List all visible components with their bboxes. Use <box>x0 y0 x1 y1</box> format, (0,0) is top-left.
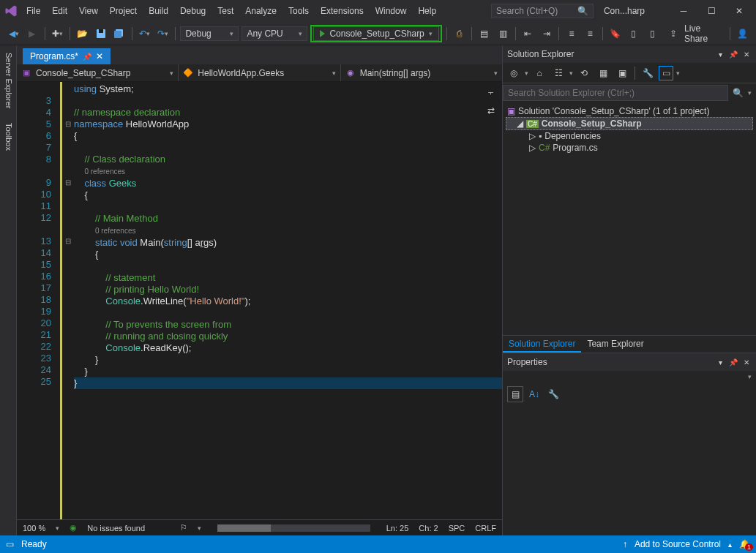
alphabetical-button[interactable]: A↓ <box>526 386 542 402</box>
project-node[interactable]: ◢ C# Console_Setup_CSharp <box>506 117 753 130</box>
props-close-icon[interactable]: ✕ <box>741 357 752 367</box>
menu-view[interactable]: View <box>73 3 104 19</box>
maximize-button[interactable]: ☐ <box>699 1 724 21</box>
nav-project-dropdown[interactable]: ▣ Console_Setup_CSharp▾ <box>17 64 179 81</box>
undo-button[interactable]: ↶▾ <box>137 26 152 42</box>
uncomment-button[interactable]: ▯ <box>644 26 659 42</box>
config-dropdown[interactable]: Debug▾ <box>180 26 239 41</box>
save-all-button[interactable] <box>112 26 127 42</box>
sln-collapse-icon[interactable]: ☷ <box>550 65 566 81</box>
outdent-button[interactable]: ≡ <box>564 26 579 42</box>
indent-button[interactable]: ≡ <box>583 26 598 42</box>
panel-close-icon[interactable]: ✕ <box>741 49 752 59</box>
horizontal-scrollbar[interactable] <box>217 524 370 532</box>
redo-button[interactable]: ↷▾ <box>155 26 171 42</box>
open-file-button[interactable]: 📂 <box>75 26 90 42</box>
document-tab[interactable]: Program.cs* 📌 ✕ <box>23 48 111 64</box>
comment-button[interactable]: ▯ <box>626 26 641 42</box>
spaces-indicator[interactable]: SPC <box>449 524 465 533</box>
split-editor-icon[interactable]: ⫟ <box>483 85 499 101</box>
feedback-button[interactable]: 👤 <box>735 26 750 42</box>
bookmark-button[interactable]: 🔖 <box>607 26 623 42</box>
sln-preview-icon[interactable]: ▭ <box>659 66 673 80</box>
main-toolbar: ◀▾ ▶ ✚▾ 📂 ↶▾ ↷▾ Debug▾ Any CPU▾ Console_… <box>0 22 756 45</box>
nav-fwd-button[interactable]: ▶ <box>24 26 40 42</box>
search-icon[interactable]: 🔍 <box>728 88 748 98</box>
panel-pin-icon[interactable]: 📌 <box>728 49 738 59</box>
step-button[interactable]: ⎙ <box>452 26 467 42</box>
menu-help[interactable]: Help <box>412 3 442 19</box>
live-share-icon[interactable]: ⇪ <box>666 26 681 42</box>
menu-build[interactable]: Build <box>143 3 174 19</box>
global-search-input[interactable]: Search (Ctrl+Q) 🔍 <box>491 4 594 18</box>
status-bar: ▭ Ready ↑ Add to Source Control ▴ 🔔1 <box>0 535 756 553</box>
menu-file[interactable]: File <box>20 3 46 19</box>
live-share-button[interactable]: Live Share <box>684 23 725 44</box>
title-document-tab[interactable]: Con...harp <box>596 3 652 19</box>
props-menu-icon[interactable]: ▾ <box>715 357 725 367</box>
menu-project[interactable]: Project <box>104 3 143 19</box>
server-explorer-tab[interactable]: Server Explorer <box>0 45 16 116</box>
layout-btn2[interactable]: ▥ <box>495 26 510 42</box>
sln-sync-icon[interactable]: ⟲ <box>576 65 592 81</box>
add-source-control-button[interactable]: Add to Source Control <box>635 539 721 549</box>
props-dropdown-icon[interactable]: ▾ <box>748 373 752 380</box>
platform-dropdown[interactable]: Any CPU▾ <box>242 26 307 41</box>
indent-left-button[interactable]: ⇤ <box>520 26 536 42</box>
menu-test[interactable]: Test <box>212 3 239 19</box>
error-nav-icon[interactable]: ⚐ <box>180 523 187 533</box>
zoom-level[interactable]: 100 % <box>23 524 45 533</box>
solution-toolbar: ◎ ▾ ⌂ ☷ ▾ ⟲ ▦ ▣ 🔧 ▭ ▾ <box>503 63 756 83</box>
menu-window[interactable]: Window <box>370 3 413 19</box>
team-explorer-tab[interactable]: Team Explorer <box>581 336 649 353</box>
menu-extensions[interactable]: Extensions <box>315 3 370 19</box>
expand-icon[interactable]: ▷ <box>529 143 536 153</box>
file-node[interactable]: ▷ C# Program.cs <box>506 142 753 154</box>
menu-edit[interactable]: Edit <box>46 3 73 19</box>
solution-explorer-tab[interactable]: Solution Explorer <box>503 336 581 353</box>
expand-icon[interactable]: ▷ <box>529 131 536 141</box>
menu-debug[interactable]: Debug <box>174 3 212 19</box>
close-button[interactable]: ✕ <box>727 1 752 21</box>
left-dock: Server Explorer Toolbox <box>0 45 17 535</box>
solution-node[interactable]: ▣ Solution 'Console_Setup_CSharp' (1 of … <box>506 105 753 117</box>
menu-analyze[interactable]: Analyze <box>239 3 282 19</box>
collapse-icon[interactable]: ◢ <box>517 118 523 129</box>
crlf-indicator[interactable]: CRLF <box>475 524 496 533</box>
menu-tools[interactable]: Tools <box>282 3 315 19</box>
nav-class-dropdown[interactable]: 🔶 HelloWorldApp.Geeks▾ <box>179 64 340 81</box>
sln-back-icon[interactable]: ◎ <box>506 65 522 81</box>
layout-btn1[interactable]: ▤ <box>476 26 492 42</box>
nav-back-button[interactable]: ◀▾ <box>6 26 21 42</box>
props-wrench-icon[interactable]: 🔧 <box>545 386 561 402</box>
code-editor[interactable]: 345678 9101112 1314151617181920212223242… <box>17 82 502 519</box>
issues-icon: ◉ <box>70 523 77 533</box>
pin-icon[interactable]: 📌 <box>83 53 91 61</box>
sln-show-all-icon[interactable]: ▦ <box>595 65 611 81</box>
save-button[interactable] <box>93 26 108 42</box>
csharp-file-icon: C# <box>539 143 550 153</box>
status-text: Ready <box>21 539 47 549</box>
sln-home-icon[interactable]: ⌂ <box>531 65 547 81</box>
categorize-button[interactable]: ▤ <box>507 386 523 402</box>
notifications-button[interactable]: 🔔1 <box>739 539 750 549</box>
new-project-button[interactable]: ✚▾ <box>50 26 65 42</box>
solution-search-input[interactable] <box>503 85 728 101</box>
run-button[interactable]: Console_Setup_CSharp ▾ <box>313 26 438 41</box>
sln-properties-icon[interactable]: 🔧 <box>640 65 656 81</box>
close-tab-icon[interactable]: ✕ <box>96 51 103 61</box>
dependencies-node[interactable]: ▷ ▪ Dependencies <box>506 130 753 142</box>
indent-right-button[interactable]: ⇥ <box>539 26 554 42</box>
panel-menu-icon[interactable]: ▾ <box>715 49 725 59</box>
toolbox-tab[interactable]: Toolbox <box>0 116 16 158</box>
swap-editor-icon[interactable]: ⇄ <box>483 102 499 118</box>
solution-tree[interactable]: ▣ Solution 'Console_Setup_CSharp' (1 of … <box>503 102 756 335</box>
issues-status[interactable]: No issues found <box>87 524 145 533</box>
sln-refresh-icon[interactable]: ▣ <box>614 65 630 81</box>
props-pin-icon[interactable]: 📌 <box>728 357 738 367</box>
vs-logo-icon <box>4 4 18 18</box>
minimize-button[interactable]: ─ <box>671 1 696 21</box>
nav-method-dropdown[interactable]: ◉ Main(string[] args)▾ <box>341 64 502 81</box>
line-indicator: Ln: 25 <box>386 524 409 533</box>
source-control-icon[interactable]: ↑ <box>623 539 627 549</box>
